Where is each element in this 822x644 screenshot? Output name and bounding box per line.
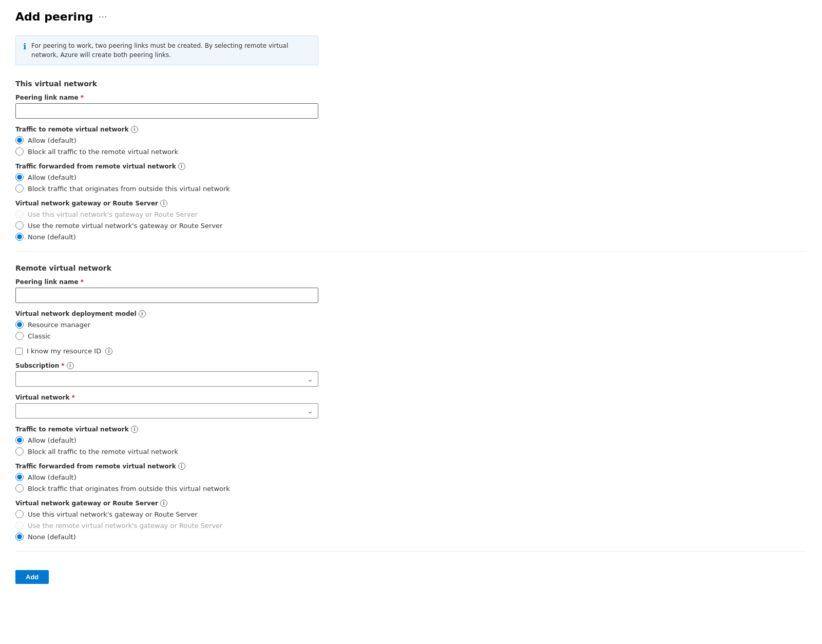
this-vnet-traffic-to-remote-group: Traffic to remote virtual network i Allo…: [15, 126, 807, 156]
remote-gateway-info-icon[interactable]: i: [160, 500, 167, 507]
this-vnet-peering-link-input[interactable]: [15, 103, 318, 119]
traffic-to-remote-info-icon[interactable]: i: [131, 126, 138, 133]
required-star: *: [81, 94, 84, 101]
subscription-group: Subscription * i: [15, 362, 807, 387]
page-title: Add peering: [15, 10, 93, 23]
remote-vnet-gateway-group: Virtual network gateway or Route Server …: [15, 500, 807, 541]
virtual-network-group: Virtual network *: [15, 394, 807, 419]
deployment-model-info-icon[interactable]: i: [139, 310, 146, 317]
virtual-network-label: Virtual network *: [15, 394, 807, 401]
this-vnet-traffic-to-remote-options: Allow (default) Block all traffic to the…: [15, 136, 807, 156]
this-vnet-gateway-none-option[interactable]: None (default): [15, 233, 807, 241]
remote-vnet-gateway-use-remote-option[interactable]: Use the remote virtual network's gateway…: [15, 521, 807, 529]
this-vnet-gateway-label: Virtual network gateway or Route Server …: [15, 200, 807, 207]
know-resource-id-group: I know my resource ID i: [15, 347, 807, 355]
remote-vnet-gateway-use-this-option[interactable]: Use this virtual network's gateway or Ro…: [15, 510, 807, 518]
this-vnet-peering-link-group: Peering link name *: [15, 94, 807, 119]
this-vnet-traffic-block-option[interactable]: Block all traffic to the remote virtual …: [15, 147, 807, 156]
this-vnet-forwarded-block-option[interactable]: Block traffic that originates from outsi…: [15, 184, 807, 193]
this-vnet-traffic-forwarded-label: Traffic forwarded from remote virtual ne…: [15, 163, 807, 170]
this-vnet-peering-link-label: Peering link name *: [15, 94, 807, 101]
remote-vnet-traffic-to-remote-group: Traffic to remote virtual network i Allo…: [15, 426, 807, 456]
subscription-info-icon[interactable]: i: [67, 362, 74, 369]
virtual-network-select-wrapper: [15, 403, 318, 419]
know-resource-id-checkbox-label[interactable]: I know my resource ID i: [15, 347, 807, 355]
this-vnet-gateway-options: Use this virtual network's gateway or Ro…: [15, 210, 807, 241]
remote-vnet-peering-link-label: Peering link name *: [15, 278, 807, 286]
remote-vnet-traffic-to-remote-options: Allow (default) Block all traffic to the…: [15, 436, 807, 456]
info-icon: ℹ: [23, 42, 26, 51]
traffic-forwarded-info-icon[interactable]: i: [178, 163, 185, 170]
remote-vnet-forwarded-allow-option[interactable]: Allow (default): [15, 473, 807, 481]
section-divider: [15, 251, 807, 252]
subscription-select[interactable]: [15, 371, 318, 387]
deployment-model-label: Virtual network deployment model i: [15, 310, 807, 317]
this-vnet-gateway-use-remote-option[interactable]: Use the remote virtual network's gateway…: [15, 221, 807, 230]
remote-virtual-network-header: Remote virtual network: [15, 262, 807, 272]
remote-vnet-traffic-forwarded-group: Traffic forwarded from remote virtual ne…: [15, 463, 807, 493]
remote-vnet-gateway-none-option[interactable]: None (default): [15, 533, 807, 541]
subscription-label: Subscription * i: [15, 362, 807, 369]
deployment-resource-manager-option[interactable]: Resource manager: [15, 320, 807, 329]
subscription-select-wrapper: [15, 371, 318, 387]
add-button[interactable]: Add: [15, 570, 49, 584]
remote-vnet-traffic-forwarded-options: Allow (default) Block traffic that origi…: [15, 473, 807, 493]
remote-vnet-forwarded-block-option[interactable]: Block traffic that originates from outsi…: [15, 484, 807, 493]
this-vnet-traffic-forwarded-options: Allow (default) Block traffic that origi…: [15, 173, 807, 193]
remote-vnet-traffic-block-option[interactable]: Block all traffic to the remote virtual …: [15, 447, 807, 456]
remote-traffic-forwarded-info-icon[interactable]: i: [178, 463, 185, 470]
this-vnet-gateway-group: Virtual network gateway or Route Server …: [15, 200, 807, 241]
virtual-network-select[interactable]: [15, 403, 318, 419]
deployment-model-options: Resource manager Classic: [15, 320, 807, 340]
know-resource-id-checkbox[interactable]: [15, 348, 23, 355]
more-options-icon[interactable]: ···: [99, 11, 107, 22]
remote-vnet-traffic-allow-option[interactable]: Allow (default): [15, 436, 807, 444]
remote-vnet-gateway-options: Use this virtual network's gateway or Ro…: [15, 510, 807, 541]
deployment-model-group: Virtual network deployment model i Resou…: [15, 310, 807, 340]
this-vnet-gateway-use-this-option[interactable]: Use this virtual network's gateway or Ro…: [15, 210, 807, 218]
this-vnet-forwarded-allow-option[interactable]: Allow (default): [15, 173, 807, 181]
gateway-info-icon[interactable]: i: [160, 200, 167, 207]
deployment-classic-option[interactable]: Classic: [15, 332, 807, 340]
bottom-bar: Add: [15, 551, 807, 584]
remote-vnet-peering-link-group: Peering link name *: [15, 278, 807, 303]
this-virtual-network-header: This virtual network: [15, 78, 807, 88]
remote-vnet-gateway-label: Virtual network gateway or Route Server …: [15, 500, 807, 507]
remote-traffic-to-remote-info-icon[interactable]: i: [131, 426, 138, 433]
required-star-4: *: [71, 394, 74, 401]
this-vnet-traffic-allow-option[interactable]: Allow (default): [15, 136, 807, 144]
required-star-3: *: [61, 362, 64, 369]
info-banner-text: For peering to work, two peering links m…: [31, 41, 311, 60]
this-vnet-traffic-to-remote-label: Traffic to remote virtual network i: [15, 126, 807, 133]
page-header: Add peering ···: [15, 10, 807, 23]
required-star-2: *: [81, 278, 84, 286]
info-banner: ℹ For peering to work, two peering links…: [15, 35, 318, 65]
remote-vnet-traffic-to-remote-label: Traffic to remote virtual network i: [15, 426, 807, 433]
know-resource-id-info-icon[interactable]: i: [105, 348, 112, 355]
this-vnet-traffic-forwarded-group: Traffic forwarded from remote virtual ne…: [15, 163, 807, 193]
remote-vnet-peering-link-input[interactable]: [15, 288, 318, 303]
remote-vnet-traffic-forwarded-label: Traffic forwarded from remote virtual ne…: [15, 463, 807, 470]
